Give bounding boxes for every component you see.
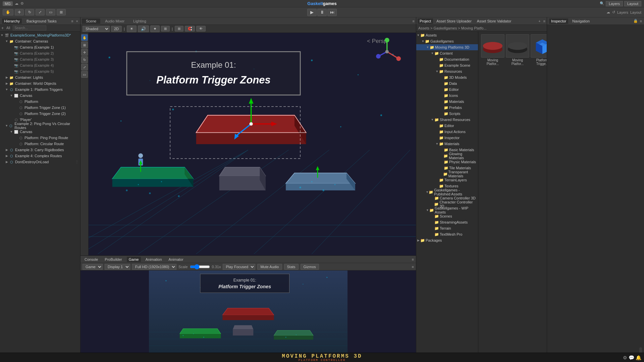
audio-toggle[interactable]: 🔊 xyxy=(138,25,149,32)
canvas-1[interactable]: ▼ ⬜ Canvas xyxy=(0,93,80,99)
pause-button[interactable]: ⏸ xyxy=(317,9,327,16)
collab-icon[interactable]: ☁ xyxy=(606,10,610,14)
status-icon-1[interactable]: ⚙ xyxy=(623,355,627,360)
trigger-zone-1[interactable]: ⬡ Platform Trigger Zone (1) xyxy=(0,105,80,111)
project-add-icon[interactable]: + xyxy=(538,19,540,23)
tab-console[interactable]: Console xyxy=(83,257,100,262)
layers-dropdown[interactable]: Layers xyxy=(606,1,623,6)
resolution-dropdown[interactable]: Full HD (644x362) xyxy=(132,264,176,270)
assets-root[interactable]: ▼ 📁 Assets xyxy=(416,32,478,38)
example-scene-folder[interactable]: 📁 Example Scene xyxy=(416,62,478,68)
effect-toggle[interactable]: ✦ xyxy=(150,25,160,32)
scale-tool[interactable]: ⤢ xyxy=(36,9,45,15)
camera-4[interactable]: 📷 Camera (Example 4) xyxy=(0,62,80,68)
tool-select[interactable]: ⊞ xyxy=(81,42,88,48)
stats-btn[interactable]: Stats xyxy=(284,264,299,270)
status-icon-2[interactable]: 💬 xyxy=(629,355,634,360)
tab-game[interactable]: Game xyxy=(127,257,141,262)
materials-folder-shared[interactable]: ▼ 📁 Materials xyxy=(416,141,478,147)
dont-destroy[interactable]: ▶ ⬡ DontDestroyOnLoad ⋮ xyxy=(0,159,80,165)
camera-1[interactable]: 📷 Camera (Example 1) xyxy=(0,44,80,50)
status-icon-3[interactable]: 🔔 xyxy=(636,355,641,360)
rect-tool[interactable]: ▭ xyxy=(46,9,55,15)
inspector-lock-icon[interactable]: 🔒 xyxy=(633,19,638,23)
play-focused-dropdown[interactable]: Play Focused xyxy=(223,264,255,270)
inspector-folder[interactable]: 📁 Inspector xyxy=(416,135,478,141)
hierarchy-search[interactable] xyxy=(13,25,46,31)
trans-mats-folder[interactable]: 📁 Transparant Materials xyxy=(416,171,478,177)
tab-project[interactable]: Project xyxy=(418,18,433,24)
grid-toggle[interactable]: ⊞ xyxy=(175,26,183,32)
container-cameras[interactable]: ▼ 📁 Container: Cameras xyxy=(0,38,80,44)
item-menu[interactable]: ⋮ xyxy=(75,160,79,164)
streaming-folder[interactable]: 📁 StreamingAssets xyxy=(416,219,478,225)
move-tool[interactable]: ✛ xyxy=(15,9,24,15)
scene-menu-icon[interactable]: ≡ xyxy=(413,19,415,23)
docs-folder[interactable]: 📁 Documentation xyxy=(416,56,478,62)
tool-move[interactable]: ✛ xyxy=(81,49,88,56)
physic-mats-folder[interactable]: 📁 Physic Materials xyxy=(416,159,478,165)
rotate-tool[interactable]: ↻ xyxy=(25,9,34,15)
camera-3[interactable]: 📷 Camera (Example 3) xyxy=(0,56,80,62)
gizmos-btn[interactable]: Gizmos xyxy=(301,264,319,270)
camera-2[interactable]: 📷 Camera (Example 2) xyxy=(0,50,80,56)
data-folder[interactable]: 📁 Data xyxy=(416,80,478,86)
tab-hierarchy[interactable]: Hierarchy xyxy=(2,18,22,24)
example-4[interactable]: ▶ ⬡ Example 4: Complex Routes xyxy=(0,153,80,159)
tool-rotate[interactable]: ↻ xyxy=(81,56,88,63)
2d-toggle[interactable]: 2D xyxy=(111,26,122,32)
asset-item-2[interactable]: Moving Platfor... xyxy=(506,34,529,66)
tool-rect[interactable]: ▭ xyxy=(81,71,88,78)
gaskellgames-folder[interactable]: ▼ 📁 Gaskellgames xyxy=(416,38,478,44)
tab-inspector[interactable]: Inspector xyxy=(549,18,568,24)
example-1[interactable]: ▼ ⬡ Example 1: Platform Triggers xyxy=(0,86,80,93)
inspector-menu-icon[interactable]: ≡ xyxy=(640,19,642,23)
published-folder[interactable]: ▼ 📁 Gaskellgames - Published Assets xyxy=(416,189,478,195)
view-toggle[interactable]: 👁 xyxy=(196,26,206,32)
tool-scale[interactable]: ⤢ xyxy=(81,64,88,70)
tab-bg-tasks[interactable]: Background Tasks xyxy=(24,18,59,24)
search-icon-top[interactable]: 🔍 xyxy=(600,1,604,6)
tab-asset-validator[interactable]: Asset Store Validator xyxy=(475,18,514,24)
ping-pong-platform[interactable]: ⬡ Platform: Ping Pong Route xyxy=(0,135,80,141)
shading-dropdown[interactable]: Shaded Wireframe xyxy=(83,26,110,32)
editor-folder-shared[interactable]: 📁 Editor xyxy=(416,123,478,129)
packages-root[interactable]: ▶ 📁 Packages xyxy=(416,237,478,243)
circular-platform[interactable]: ⬡ Platform: Circular Route xyxy=(0,141,80,147)
tab-probuilder[interactable]: ProBuilder xyxy=(103,257,124,262)
display-dropdown[interactable]: Display 1 xyxy=(105,264,130,270)
camera-5[interactable]: 📷 Camera (Example 5) xyxy=(0,68,80,74)
resources-folder[interactable]: ▼ 📁 Resources xyxy=(416,68,478,74)
add-icon[interactable]: + xyxy=(1,26,4,31)
snap-toggle[interactable]: 🧲 xyxy=(185,26,195,32)
play-button[interactable]: ▶ xyxy=(307,9,317,16)
container-world[interactable]: ▶ 📁 Container: World Objects xyxy=(0,80,80,86)
terrain-folder[interactable]: 📁 Terrain xyxy=(416,225,478,231)
tab-animation[interactable]: Animation xyxy=(144,257,164,262)
asset-item-3[interactable]: Platform Trigge... xyxy=(531,34,547,66)
scale-slider[interactable] xyxy=(190,264,210,269)
settings-icon[interactable]: ⚙ xyxy=(20,1,24,6)
models-folder[interactable]: 📁 3D Models xyxy=(416,74,478,80)
cloud-icon[interactable]: ☁ xyxy=(15,1,18,6)
asset-item-1[interactable]: Moving Platfor... xyxy=(481,34,504,66)
trigger-zone-2[interactable]: ⬡ Platform Trigger Zone (2) xyxy=(0,111,80,117)
content-folder[interactable]: ▼ 📁 Content xyxy=(416,50,478,56)
hierarchy-close-icon[interactable]: × xyxy=(76,19,78,23)
transform-tool[interactable]: ⊞ xyxy=(57,9,66,15)
game-type-dropdown[interactable]: Game xyxy=(83,264,103,270)
scene-root-item[interactable]: ▼ 🎬 ExampleScene_MovingPlatforms3D* xyxy=(0,32,80,38)
tab-lighting[interactable]: Lighting xyxy=(129,18,150,24)
hand-tool[interactable]: ✋ xyxy=(3,9,13,15)
textmesh-folder[interactable]: 📁 TextMesh Pro xyxy=(416,231,478,237)
icons-folder[interactable]: 📁 Icons xyxy=(416,93,478,99)
moving-platforms-folder[interactable]: ▼ 📁 Moving Platforms 3D xyxy=(416,44,478,50)
light-toggle[interactable]: ☀ xyxy=(127,25,137,32)
materials-folder-res[interactable]: 📁 Materials xyxy=(416,99,478,105)
tab-asset-store[interactable]: Asset Store Uploader xyxy=(434,18,474,24)
editor-folder-res[interactable]: 📁 Editor xyxy=(416,86,478,93)
game-menu-icon[interactable]: ≡ xyxy=(412,265,414,269)
project-menu-icon[interactable]: ≡ xyxy=(543,19,545,23)
glowing-mats-folder[interactable]: 📁 Glowing Materials xyxy=(416,153,478,159)
tab-audio-mixer[interactable]: Audio Mixer xyxy=(101,18,128,24)
